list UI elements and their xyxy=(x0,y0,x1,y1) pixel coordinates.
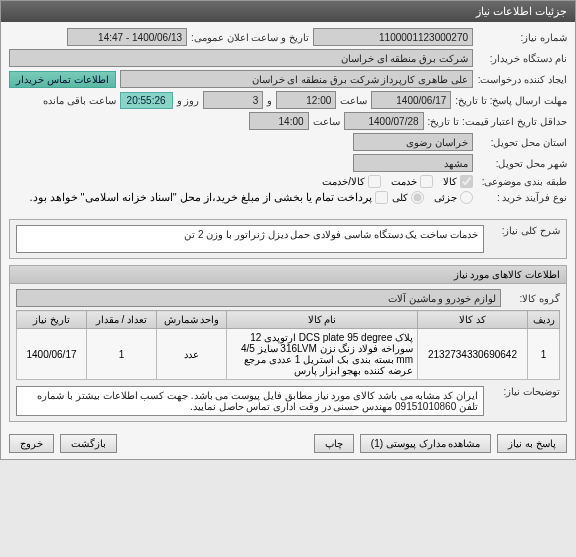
province-field: خراسان رضوی xyxy=(353,133,473,151)
exit-button[interactable]: خروج xyxy=(9,434,54,453)
contact-buyer-button[interactable]: اطلاعات تماس خریدار xyxy=(9,71,116,88)
respond-button[interactable]: پاسخ به نیاز xyxy=(497,434,567,453)
service-checkbox[interactable] xyxy=(420,175,433,188)
back-button[interactable]: بازگشت xyxy=(60,434,117,453)
treasury-note-check[interactable]: پرداخت تمام یا بخشی از مبلغ خرید،از محل … xyxy=(29,191,388,204)
category-group: کالا خدمت کالا/خدمت xyxy=(322,175,473,188)
city-label: شهر محل تحویل: xyxy=(477,158,567,169)
notes-label: توضیحات نیاز: xyxy=(490,386,560,397)
col-row: ردیف xyxy=(528,311,560,329)
col-code: کد کالا xyxy=(418,311,528,329)
buy-process-group: جزئی کلی xyxy=(392,191,473,204)
button-row: پاسخ به نیاز مشاهده مدارک پیوستی (1) چاپ… xyxy=(1,428,575,459)
validity-date-field: 1400/07/28 xyxy=(344,112,424,130)
buy-full[interactable]: کلی xyxy=(392,191,424,204)
treasury-text: پرداخت تمام یا بخشی از مبلغ خرید،از محل … xyxy=(29,191,372,204)
desc-text: خدمات ساخت یک دستگاه شاسی فولادی حمل دیز… xyxy=(16,225,484,253)
partial-radio[interactable] xyxy=(460,191,473,204)
col-name: نام کالا xyxy=(227,311,418,329)
notes-text: ایران کد مشابه می باشد کالای مورد نیاز م… xyxy=(16,386,484,416)
remain-label: ساعت باقی مانده xyxy=(43,95,116,106)
group-field: لوازم خودرو و ماشین آلات xyxy=(16,289,501,307)
print-button[interactable]: چاپ xyxy=(314,434,354,453)
need-no-field: 1100001123000270 xyxy=(313,28,473,46)
province-label: استان محل تحویل: xyxy=(477,137,567,148)
need-details-panel: جزئیات اطلاعات نیاز شماره نیاز: 11000011… xyxy=(0,0,576,460)
category-goods[interactable]: کالا xyxy=(443,175,473,188)
city-field: مشهد xyxy=(353,154,473,172)
org-field: شرکت برق منطقه ای خراسان xyxy=(9,49,473,67)
validity-hour-field: 14:00 xyxy=(249,112,309,130)
announce-field: 1400/06/13 - 14:47 xyxy=(67,28,187,46)
buy-partial[interactable]: جزئی xyxy=(434,191,473,204)
requester-label: ایجاد کننده درخواست: xyxy=(477,74,567,85)
service-text: خدمت xyxy=(391,176,417,187)
goods-service-text: کالا/خدمت xyxy=(322,176,365,187)
days-field: 3 xyxy=(203,91,263,109)
deadline-date-field: 1400/06/17 xyxy=(371,91,451,109)
full-text: کلی xyxy=(392,192,408,203)
deadline-label: مهلت ارسال پاسخ: تا تاریخ: xyxy=(455,95,567,106)
items-table: ردیف کد کالا نام کالا واحد شمارش تعداد /… xyxy=(16,310,560,380)
goods-text: کالا xyxy=(443,176,457,187)
full-radio[interactable] xyxy=(411,191,424,204)
cell-date: 1400/06/17 xyxy=(17,329,87,380)
days-label: روز و xyxy=(177,95,200,106)
table-header-row: ردیف کد کالا نام کالا واحد شمارش تعداد /… xyxy=(17,311,560,329)
org-label: نام دستگاه خریدار: xyxy=(477,53,567,64)
cell-idx: 1 xyxy=(528,329,560,380)
desc-section: شرح کلی نیاز: خدمات ساخت یک دستگاه شاسی … xyxy=(9,219,567,259)
goods-checkbox[interactable] xyxy=(460,175,473,188)
announce-label: تاریخ و ساعت اعلان عمومی: xyxy=(191,32,309,43)
attachments-button[interactable]: مشاهده مدارک پیوستی (1) xyxy=(360,434,492,453)
countdown-timer: 20:55:26 xyxy=(120,92,173,109)
treasury-checkbox[interactable] xyxy=(375,191,388,204)
cell-name: پلاک DCS plate 95 degree ارتوپدی 12 سورا… xyxy=(227,329,418,380)
deadline-hour-field: 12:00 xyxy=(276,91,336,109)
hour-label-1: ساعت xyxy=(340,95,367,106)
cell-code: 2132734330690642 xyxy=(418,329,528,380)
table-row[interactable]: 1 2132734330690642 پلاک DCS plate 95 deg… xyxy=(17,329,560,380)
buy-process-label: نوع فرآیند خرید : xyxy=(477,192,567,203)
partial-text: جزئی xyxy=(434,192,457,203)
items-section: اطلاعات کالاهای مورد نیاز گروه کالا: لوا… xyxy=(9,265,567,422)
col-unit: واحد شمارش xyxy=(157,311,227,329)
col-date: تاریخ نیاز xyxy=(17,311,87,329)
need-no-label: شماره نیاز: xyxy=(477,32,567,43)
requester-field: علی طاهری کارپرداز شرکت برق منطقه ای خرا… xyxy=(120,70,473,88)
form-body: شماره نیاز: 1100001123000270 تاریخ و ساع… xyxy=(1,22,575,213)
and-label: و xyxy=(267,95,272,106)
category-service[interactable]: خدمت xyxy=(391,175,433,188)
panel-title: جزئیات اطلاعات نیاز xyxy=(1,1,575,22)
category-label: طبقه بندی موضوعی: xyxy=(477,176,567,187)
spacer xyxy=(123,434,308,453)
cell-unit: عدد xyxy=(157,329,227,380)
group-label: گروه کالا: xyxy=(505,293,560,304)
category-goods-service[interactable]: کالا/خدمت xyxy=(322,175,381,188)
hour-label-2: ساعت xyxy=(313,116,340,127)
validity-label: حداقل تاریخ اعتبار قیمت: تا تاریخ: xyxy=(428,116,567,127)
goods-service-checkbox[interactable] xyxy=(368,175,381,188)
items-header: اطلاعات کالاهای مورد نیاز xyxy=(10,266,566,284)
desc-label: شرح کلی نیاز: xyxy=(490,225,560,236)
cell-qty: 1 xyxy=(87,329,157,380)
col-qty: تعداد / مقدار xyxy=(87,311,157,329)
